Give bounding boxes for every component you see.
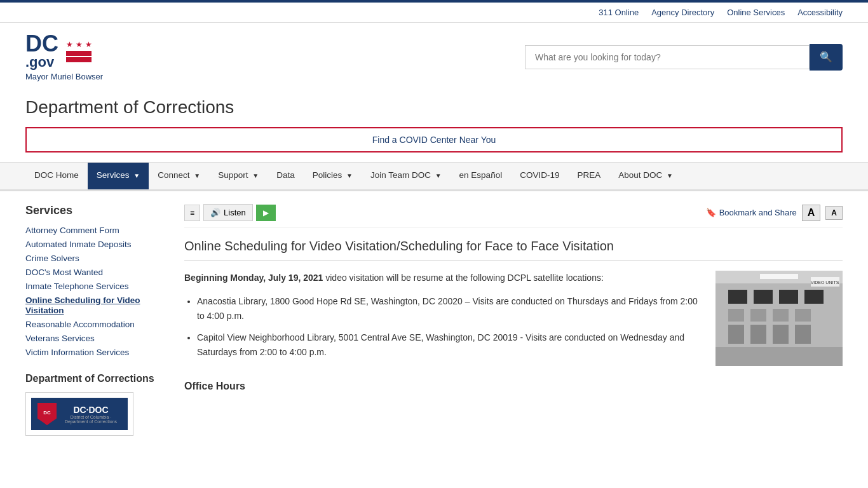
dc-flag: ★ ★ ★ bbox=[66, 40, 92, 62]
doc-text-block: DC·DOC District of Columbia · Department… bbox=[60, 405, 121, 424]
nav-item-covid19: COVID-19 bbox=[511, 163, 568, 189]
mayor-link[interactable]: Mayor Muriel Bowser bbox=[25, 72, 103, 81]
dc-gov-text: DC .gov bbox=[25, 32, 58, 69]
article-date-rest: video visitation will be resume at the f… bbox=[325, 273, 604, 283]
sidebar-link-automated-deposits[interactable]: Automated Inmate Deposits bbox=[25, 240, 132, 249]
dc-stripes bbox=[66, 51, 92, 62]
sidebar-section-title: Department of Corrections bbox=[25, 373, 165, 384]
svg-rect-9 bbox=[773, 325, 789, 344]
nav-item-doc-home: DOC Home bbox=[25, 163, 88, 189]
utility-link-online-services[interactable]: Online Services bbox=[727, 8, 785, 17]
nav-link-prea[interactable]: PREA bbox=[568, 163, 609, 189]
svg-rect-4 bbox=[715, 347, 843, 366]
toolbar-left: ≡ 🔊 Listen ▶ bbox=[184, 204, 276, 221]
font-small-button[interactable]: A bbox=[825, 206, 843, 220]
doc-logo-subtitle: District of Columbia · Department of Cor… bbox=[60, 415, 121, 424]
covid-banner: Find a COVID Center Near You bbox=[25, 127, 843, 152]
list-item-reasonable-accommodation: Reasonable Accommodation bbox=[25, 319, 165, 329]
nav-link-doc-home[interactable]: DOC Home bbox=[25, 163, 88, 189]
dc-stripe-2 bbox=[66, 57, 92, 62]
nav-item-data: Data bbox=[268, 163, 304, 189]
list-item-anacostia: Anacostia Library, 1800 Good Hope Rd SE,… bbox=[197, 294, 703, 323]
list-item-attorney: Attorney Comment Form bbox=[25, 225, 165, 235]
bookmark-share-button[interactable]: 🔖 Bookmark and Share bbox=[706, 208, 797, 217]
doc-logo-box-inner: DC DC·DOC District of Columbia · Departm… bbox=[31, 398, 128, 430]
sidebar-link-victim-information[interactable]: Victim Information Services bbox=[25, 348, 129, 357]
doc-shield-icon: DC bbox=[37, 403, 57, 425]
nav-link-en-espanol[interactable]: en Español bbox=[451, 163, 512, 189]
search-area: 🔍 bbox=[525, 44, 843, 71]
sidebar-links: Attorney Comment Form Automated Inmate D… bbox=[25, 225, 165, 357]
doc-logo-box: DC DC·DOC District of Columbia · Departm… bbox=[25, 392, 133, 436]
dc-star-2: ★ bbox=[76, 40, 83, 49]
play-button[interactable]: ▶ bbox=[256, 205, 276, 221]
svg-text:VIDEO UNITS: VIDEO UNITS bbox=[811, 280, 839, 285]
utility-bar: 311 Online Agency Directory Online Servi… bbox=[0, 3, 868, 23]
nav-link-support[interactable]: Support ▼ bbox=[209, 163, 268, 189]
nav-item-policies: Policies ▼ bbox=[304, 163, 362, 189]
svg-rect-12 bbox=[750, 309, 766, 322]
nav-item-services: Services ▼ bbox=[88, 163, 149, 189]
sidebar-link-attorney[interactable]: Attorney Comment Form bbox=[25, 226, 119, 235]
connect-arrow: ▼ bbox=[194, 172, 200, 179]
svg-rect-17 bbox=[779, 290, 798, 304]
sidebar-link-reasonable-accommodation[interactable]: Reasonable Accommodation bbox=[25, 320, 135, 329]
nav-item-prea: PREA bbox=[568, 163, 609, 189]
utility-link-agency[interactable]: Agency Directory bbox=[651, 8, 714, 17]
nav-link-about-doc[interactable]: About DOC ▼ bbox=[609, 163, 682, 189]
nav-item-en-espanol: en Español bbox=[451, 163, 512, 189]
nav-link-covid19[interactable]: COVID-19 bbox=[511, 163, 568, 189]
svg-rect-15 bbox=[728, 290, 747, 304]
nav-link-data[interactable]: Data bbox=[268, 163, 304, 189]
nav-item-support: Support ▼ bbox=[209, 163, 268, 189]
sidebar-link-docs-most-wanted[interactable]: DOC's Most Wanted bbox=[25, 268, 103, 277]
article-text: Beginning Monday, July 19, 2021 video vi… bbox=[184, 271, 703, 367]
list-item-crime-solvers: Crime Solvers bbox=[25, 253, 165, 263]
policies-arrow: ▼ bbox=[346, 172, 353, 179]
font-large-button[interactable]: A bbox=[802, 205, 821, 221]
utility-link-311[interactable]: 311 Online bbox=[599, 8, 639, 17]
office-hours-title: Office Hours bbox=[184, 381, 843, 392]
dc-text: DC bbox=[25, 32, 58, 55]
doc-logo-title: DC·DOC bbox=[60, 405, 121, 415]
main-nav: DOC Home Services ▼ Connect ▼ Support ▼ … bbox=[0, 162, 868, 191]
sidebar-link-inmate-telephone[interactable]: Inmate Telephone Services bbox=[25, 281, 129, 291]
svg-rect-18 bbox=[804, 290, 824, 304]
support-arrow: ▼ bbox=[252, 172, 259, 179]
list-item-victim-information: Victim Information Services bbox=[25, 347, 165, 357]
logo-img: DC .gov ★ ★ ★ bbox=[25, 32, 92, 69]
capitol-view-library-text: Capitol View Neighborhood Library, 5001 … bbox=[197, 332, 684, 356]
nav-link-services[interactable]: Services ▼ bbox=[88, 163, 149, 189]
svg-rect-11 bbox=[728, 309, 744, 322]
toolbar-right: 🔖 Bookmark and Share A A bbox=[706, 205, 843, 221]
dc-stars: ★ ★ ★ bbox=[66, 40, 92, 49]
list-view-button[interactable]: ≡ bbox=[184, 205, 200, 221]
search-input[interactable] bbox=[525, 45, 810, 69]
nav-link-connect[interactable]: Connect ▼ bbox=[149, 163, 209, 189]
list-item-online-scheduling: Online Scheduling for Video Visitation bbox=[25, 295, 165, 315]
gov-text: .gov bbox=[25, 55, 58, 69]
covid-banner-link[interactable]: Find a COVID Center Near You bbox=[372, 135, 496, 145]
svg-text:DC: DC bbox=[43, 410, 51, 416]
sidebar-link-online-scheduling[interactable]: Online Scheduling for Video Visitation bbox=[25, 295, 140, 315]
page-title-area: Department of Corrections bbox=[0, 91, 868, 127]
page-title: Department of Corrections bbox=[25, 97, 843, 118]
svg-rect-14 bbox=[795, 309, 811, 322]
locations-list: Anacostia Library, 1800 Good Hope Rd SE,… bbox=[184, 294, 703, 359]
utility-link-accessibility[interactable]: Accessibility bbox=[797, 8, 843, 17]
sidebar-link-veterans-services[interactable]: Veterans Services bbox=[25, 334, 95, 343]
about-doc-arrow: ▼ bbox=[667, 172, 673, 179]
sidebar-link-crime-solvers[interactable]: Crime Solvers bbox=[25, 254, 79, 263]
anacostia-library-text: Anacostia Library, 1800 Good Hope Rd SE,… bbox=[197, 296, 698, 320]
listen-button[interactable]: 🔊 Listen bbox=[203, 204, 253, 221]
search-button[interactable]: 🔍 bbox=[810, 44, 843, 71]
nav-item-about-doc: About DOC ▼ bbox=[609, 163, 682, 189]
nav-link-join-team-doc[interactable]: Join Team DOC ▼ bbox=[362, 163, 451, 189]
list-view-icon: ≡ bbox=[190, 208, 194, 217]
nav-item-connect: Connect ▼ bbox=[149, 163, 209, 189]
svg-rect-13 bbox=[773, 309, 789, 322]
toolbar-row: ≡ 🔊 Listen ▶ 🔖 Bookmark and Share A A bbox=[184, 204, 843, 228]
content-wrapper: Services Attorney Comment Form Automated… bbox=[0, 191, 868, 449]
nav-link-policies[interactable]: Policies ▼ bbox=[304, 163, 362, 189]
sidebar-title: Services bbox=[25, 204, 165, 217]
